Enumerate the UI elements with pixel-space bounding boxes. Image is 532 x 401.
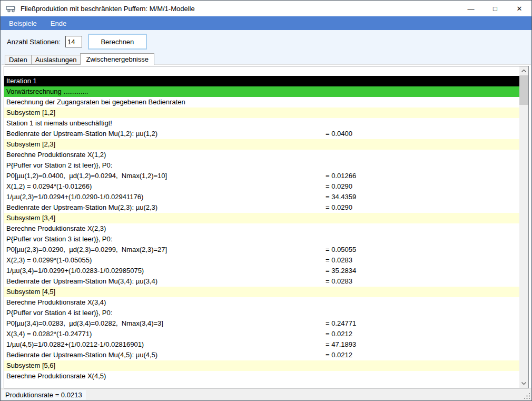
log-row[interactable]: Subsystem [5,6] [4,360,519,371]
scroll-down-button[interactable] [519,379,528,388]
log-row[interactable]: 1/µu(4,5)=1/0.0282+(1/0.0212-1/0.0281690… [4,339,519,350]
log-row-text: X(1,2) = 0.0294*(1-0.01266) [6,182,92,190]
log-row-value: = 0.0290 [326,181,352,192]
log-row-text: X(2,3) = 0.0299*(1-0.05055) [6,256,92,264]
scroll-up-button[interactable] [519,66,528,75]
stations-label: Anzahl Stationen: [7,38,61,46]
log-row-text: Bedienrate der Upstream-Station Mu(1,2):… [6,130,157,138]
log-row[interactable]: Berechnung der Zugangsraten bei gegebene… [4,97,519,107]
log-row[interactable]: Bedienrate der Upstream-Station Mu(2,3):… [4,202,519,213]
log-row-text: Subsystem [4,5] [6,288,55,296]
log-row-text: Bedienrate der Upstream-Station Mu(3,4):… [6,277,157,285]
minimize-button[interactable]: — [459,1,483,16]
tab-zwischenergebnisse[interactable]: Zwischenergebnisse [80,53,154,65]
chevron-up-icon [521,70,526,72]
vertical-scrollbar[interactable] [519,66,528,388]
log-row[interactable]: Bedienrate der Upstream-Station Mu(4,5):… [4,350,519,360]
log-row[interactable]: P0[µu(3,4)=0.0283, µd(3,4)=0.0282, Nmax(… [4,318,519,329]
log-row-text: Subsystem [1,2] [6,109,55,116]
log-list: Iteration 1Vorwärtsrechnung ............… [4,66,519,388]
log-row[interactable]: X(1,2) = 0.0294*(1-0.01266)= 0.0290 [4,181,519,192]
log-row[interactable]: Berechne Produktionsrate X(3,4) [4,297,519,308]
log-row-value: = 0.0283 [326,276,352,287]
status-bar: Produktionsrate = 0.0213 [1,388,531,400]
log-row-value: = 35.2834 [326,266,356,276]
window-title: Fließproduktion mit beschränkten Puffern… [21,5,195,13]
log-row[interactable]: Station 1 ist niemals unbeschäftigt! [4,118,519,129]
log-row[interactable]: P0[µu(1,2)=0.0400, µd(1,2)=0.0294, Nmax(… [4,171,519,181]
app-window: Fließproduktion mit beschränkten Puffern… [0,0,532,401]
scrollbar-thumb[interactable] [519,75,528,105]
log-row[interactable]: Berechne Produktionsrate X(4,5) [4,371,519,382]
log-row[interactable]: 1/µu(3,4)=1/0.0299+(1/0.0283-1/0.0298507… [4,266,519,276]
log-row-text: P{Puffer vor Station 2 ist leer)}, P0: [6,161,112,169]
log-row-text: Vorwärtsrechnung ............. [6,87,88,95]
log-row-text: Bedienrate der Upstream-Station Mu(4,5):… [6,351,157,359]
resize-grip-icon[interactable] [524,393,530,399]
log-row-text: Berechne Produktionsrate X(1,2) [6,151,106,159]
log-row-text: Subsystem [2,3] [6,140,55,148]
toolbar: Anzahl Stationen: Berechnen [1,30,531,53]
log-row[interactable]: P{Puffer vor Station 4 ist leer)}, P0: [4,308,519,318]
log-row[interactable]: P{Puffer vor Station 2 ist leer)}, P0: [4,160,519,171]
app-icon[interactable] [6,5,16,13]
log-row[interactable]: Subsystem [3,4] [4,213,519,223]
tab-daten[interactable]: Daten [5,55,32,65]
log-row-text: Bedienrate der Upstream-Station Mu(2,3):… [6,203,157,211]
title-bar: Fließproduktion mit beschränkten Puffern… [1,1,531,16]
log-row-value: = 0.0283 [326,255,352,266]
log-row-text: P0[µu(2,3)=0.0290, µd(2,3)=0.0299, Nmax(… [6,246,167,253]
log-row-value: = 0.0212 [326,329,352,339]
menu-item-ende[interactable]: Ende [44,16,73,30]
log-row-text: X(3,4) = 0.0282*(1-0.24771) [6,330,92,338]
log-row-text: P0[µu(3,4)=0.0283, µd(3,4)=0.0282, Nmax(… [6,319,163,327]
log-row-text: 1/µu(4,5)=1/0.0282+(1/0.0212-1/0.0281690… [6,340,144,348]
log-row[interactable]: Subsystem [2,3] [4,139,519,150]
results-listbox: Iteration 1Vorwärtsrechnung ............… [4,66,529,388]
log-row-value: = 0.0400 [326,129,352,139]
log-row-text: Subsystem [5,6] [6,361,55,369]
window-controls: — □ ✕ [459,1,531,16]
log-row[interactable]: Bedienrate der Upstream-Station Mu(1,2):… [4,129,519,139]
log-row-value: = 47.1893 [326,339,356,350]
tab-strip: Daten Auslastungen Zwischenergebnisse [5,53,154,65]
tab-auslastungen[interactable]: Auslastungen [31,55,81,65]
log-row[interactable]: Iteration 1 [4,76,519,86]
log-row[interactable]: Berechne Produktionsrate X(1,2) [4,150,519,160]
stations-input[interactable] [65,36,82,47]
menu-bar: Beispiele Ende [1,16,531,30]
log-row-value: = 0.05055 [326,244,356,255]
log-row-value: = 34.4359 [326,192,356,202]
log-row-text: Berechne Produktionsrate X(3,4) [6,298,106,306]
log-row[interactable]: P0[µu(2,3)=0.0290, µd(2,3)=0.0299, Nmax(… [4,244,519,255]
log-row[interactable]: Berechne Produktionsrate X(2,3) [4,223,519,234]
log-row[interactable]: X(2,3) = 0.0299*(1-0.05055)= 0.0283 [4,255,519,266]
log-row[interactable]: Vorwärtsrechnung ............. [4,86,519,97]
log-row-value: = 0.0290 [326,202,352,213]
log-row[interactable]: X(3,4) = 0.0282*(1-0.24771)= 0.0212 [4,329,519,339]
log-row-text: Station 1 ist niemals unbeschäftigt! [6,119,112,127]
log-row-text: P{Puffer vor Station 4 ist leer)}, P0: [6,309,112,317]
log-row-text: P0[µu(1,2)=0.0400, µd(1,2)=0.0294, Nmax(… [6,172,167,180]
calculate-button[interactable]: Berechnen [88,34,147,50]
log-row-text: 1/µu(2,3)=1/0.0294+(1/0.0290-1/0.0294117… [6,193,143,201]
log-row-value: = 0.0212 [326,350,352,360]
menu-item-beispiele[interactable]: Beispiele [2,16,44,30]
log-row-text: Berechne Produktionsrate X(2,3) [6,224,106,232]
log-row[interactable]: P{Puffer vor Station 3 ist leer)}, P0: [4,234,519,244]
log-row[interactable]: Bedienrate der Upstream-Station Mu(3,4):… [4,276,519,287]
log-row[interactable]: Subsystem [4,5] [4,287,519,297]
close-button[interactable]: ✕ [507,1,531,16]
log-row-text: Berechnung der Zugangsraten bei gegebene… [6,98,185,106]
maximize-button[interactable]: □ [483,1,507,16]
log-row[interactable]: Subsystem [1,2] [4,107,519,118]
log-row[interactable]: 1/µu(2,3)=1/0.0294+(1/0.0290-1/0.0294117… [4,192,519,202]
log-row-text: Subsystem [3,4] [6,214,55,222]
chevron-down-icon [521,382,526,385]
production-rate-status: Produktionsrate = 0.0213 [2,390,86,400]
log-row-text: Berechne Produktionsrate X(4,5) [6,372,106,380]
log-row[interactable] [4,66,519,76]
log-row-text: P{Puffer vor Station 3 ist leer)}, P0: [6,235,112,243]
log-row-text: 1/µu(3,4)=1/0.0299+(1/0.0283-1/0.0298507… [6,267,144,275]
log-row-value: = 0.01266 [326,171,356,181]
